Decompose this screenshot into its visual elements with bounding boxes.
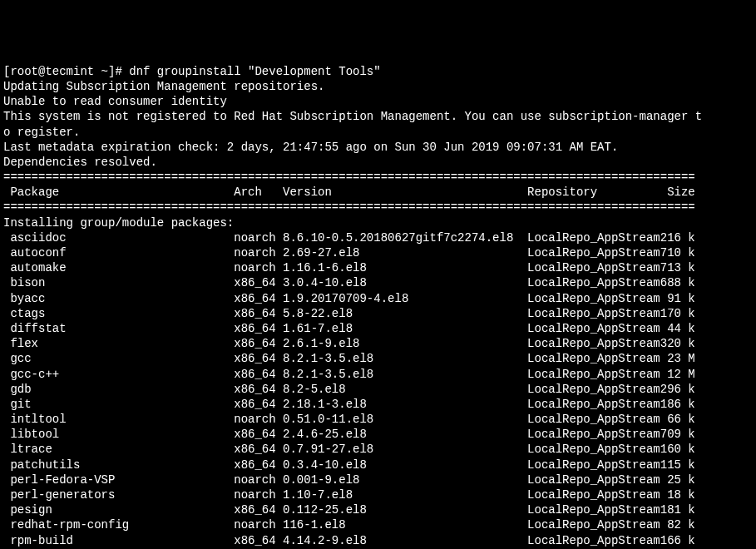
terminal-output: [root@tecmint ~]# dnf groupinstall "Deve… — [3, 64, 753, 549]
